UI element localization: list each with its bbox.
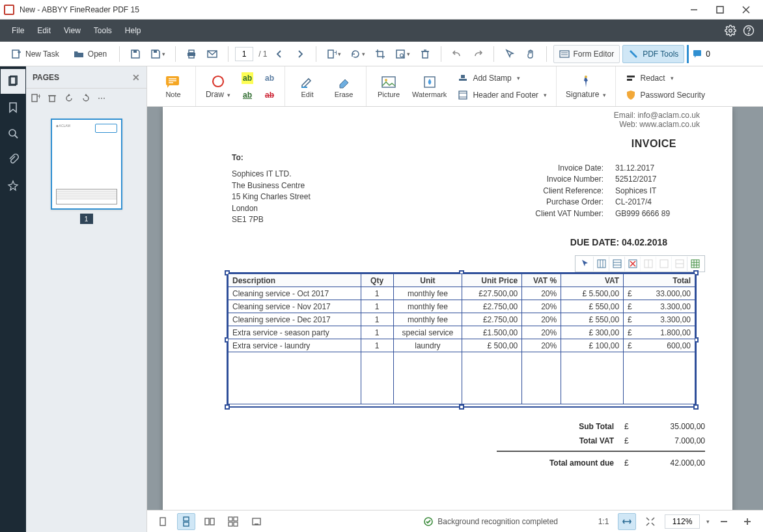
maximize-button[interactable] bbox=[707, 0, 733, 20]
view-fullscreen[interactable] bbox=[247, 513, 266, 530]
erase-label: Erase bbox=[335, 91, 354, 98]
save-as-button[interactable]: ▾ bbox=[147, 45, 169, 63]
underline-tool[interactable]: ab bbox=[238, 87, 257, 103]
note-tool[interactable]: Note bbox=[156, 74, 190, 100]
table-analyze-tool[interactable] bbox=[687, 257, 702, 271]
undo-button[interactable] bbox=[448, 45, 466, 63]
tab-pages[interactable] bbox=[1, 69, 25, 94]
svg-rect-7 bbox=[12, 50, 19, 58]
svg-point-43 bbox=[385, 79, 387, 81]
zoom-fit-page[interactable] bbox=[641, 513, 659, 530]
settings-icon[interactable] bbox=[721, 21, 740, 40]
prev-page-button[interactable] bbox=[270, 45, 288, 63]
picture-tool[interactable]: Picture bbox=[372, 74, 406, 100]
minimize-button[interactable] bbox=[681, 0, 707, 20]
table-row: Extra service - season party1special ser… bbox=[229, 326, 695, 339]
more-options-icon[interactable]: ⋯ bbox=[98, 94, 105, 103]
close-button[interactable] bbox=[733, 0, 759, 20]
zoom-fit-width[interactable] bbox=[618, 513, 636, 530]
svg-point-30 bbox=[9, 130, 16, 136]
add-page-button[interactable]: +▾ bbox=[323, 45, 344, 63]
signature-tool[interactable]: Signature ▾ bbox=[562, 73, 609, 100]
save-button[interactable] bbox=[126, 45, 145, 63]
form-editor-button[interactable]: Form Editor bbox=[553, 45, 620, 63]
recognize-button[interactable]: ▾ bbox=[392, 45, 413, 63]
rotate-left-icon[interactable] bbox=[64, 93, 74, 104]
menu-edit[interactable]: Edit bbox=[31, 23, 57, 38]
delete-button[interactable] bbox=[416, 45, 434, 63]
edit-tool[interactable]: Edit bbox=[290, 74, 324, 100]
comments-button[interactable]: 0 bbox=[687, 45, 710, 63]
ribbon: Note Draw ▾ ab ab ab ab bbox=[147, 66, 763, 107]
redo-button[interactable] bbox=[469, 45, 487, 63]
tab-bookmarks[interactable] bbox=[1, 95, 25, 120]
table-delete-line-tool[interactable] bbox=[624, 257, 640, 271]
zoom-in[interactable] bbox=[738, 513, 756, 530]
email-button[interactable] bbox=[203, 45, 221, 63]
svg-rect-1 bbox=[717, 7, 723, 13]
watermark-tool[interactable]: Watermark bbox=[408, 74, 451, 100]
due-date: DUE DATE: 04.02.2018 bbox=[570, 237, 667, 247]
open-button[interactable]: Open bbox=[68, 45, 113, 63]
new-task-button[interactable]: New Task bbox=[5, 45, 65, 63]
svg-rect-46 bbox=[459, 79, 467, 81]
document-area: Note Draw ▾ ab ab ab ab bbox=[147, 66, 763, 532]
strikeout-tool[interactable]: ab bbox=[260, 87, 279, 103]
view-continuous[interactable] bbox=[177, 513, 195, 530]
svg-rect-21 bbox=[423, 51, 428, 58]
main-area: PAGES ✕ + ⋯ ◆ ACLAM 1 Note bbox=[0, 66, 763, 532]
page-number-input[interactable] bbox=[235, 47, 253, 61]
next-page-button[interactable] bbox=[291, 45, 309, 63]
pointer-tool-button[interactable] bbox=[501, 45, 519, 63]
svg-rect-32 bbox=[32, 94, 37, 102]
page: Email: info@aclam.co.uk Web: www.aclam.c… bbox=[163, 107, 732, 510]
help-icon[interactable] bbox=[740, 21, 758, 40]
tab-signatures[interactable] bbox=[1, 173, 25, 198]
table-merge-rows-tool[interactable] bbox=[671, 257, 687, 271]
zoom-out[interactable] bbox=[715, 513, 733, 530]
menu-help[interactable]: Help bbox=[118, 23, 148, 38]
zoom-input[interactable] bbox=[665, 514, 700, 529]
svg-rect-80 bbox=[234, 522, 238, 526]
close-panel-button[interactable]: ✕ bbox=[132, 72, 140, 83]
table-split-tool[interactable] bbox=[640, 257, 656, 271]
zoom-actual[interactable]: 1:1 bbox=[594, 513, 613, 530]
highlight-tool[interactable]: ab bbox=[238, 70, 257, 86]
svg-rect-67 bbox=[691, 260, 699, 268]
table-merge-tool[interactable] bbox=[656, 257, 671, 271]
menu-view[interactable]: View bbox=[57, 23, 87, 38]
page-thumbnail[interactable]: ◆ ACLAM bbox=[51, 119, 122, 210]
password-security-button[interactable]: Password Security bbox=[621, 87, 709, 103]
erase-tool[interactable]: Erase bbox=[327, 74, 361, 100]
text-tool[interactable]: ab bbox=[260, 70, 279, 86]
invoice-totals: Sub Total£35.000,00 Total VAT£7.000,00 T… bbox=[484, 419, 705, 470]
view-single-page[interactable] bbox=[154, 513, 172, 530]
side-tabs bbox=[0, 66, 26, 532]
draw-tool[interactable]: Draw ▾ bbox=[201, 73, 235, 100]
rotate-button[interactable]: ▾ bbox=[347, 45, 368, 63]
crop-button[interactable] bbox=[371, 45, 389, 63]
header-footer-button[interactable]: Header and Footer▾ bbox=[453, 87, 551, 103]
svg-rect-74 bbox=[184, 522, 189, 526]
add-stamp-button[interactable]: Add Stamp▾ bbox=[453, 70, 551, 86]
view-two-continuous[interactable] bbox=[224, 513, 242, 530]
menu-tools[interactable]: Tools bbox=[87, 23, 118, 38]
svg-point-40 bbox=[213, 76, 223, 87]
table-add-vline-tool[interactable] bbox=[593, 257, 609, 271]
hand-tool-button[interactable] bbox=[521, 45, 540, 63]
redact-button[interactable]: Redact▾ bbox=[621, 70, 709, 86]
menu-file[interactable]: File bbox=[5, 23, 31, 38]
add-page-icon[interactable]: + bbox=[30, 93, 40, 104]
rotate-right-icon[interactable] bbox=[81, 93, 91, 104]
tab-attachments[interactable] bbox=[1, 147, 25, 172]
draw-label: Draw ▾ bbox=[206, 90, 230, 99]
svg-rect-56 bbox=[613, 260, 621, 268]
page-canvas[interactable]: Email: info@aclam.co.uk Web: www.aclam.c… bbox=[147, 107, 763, 510]
print-button[interactable] bbox=[182, 45, 201, 63]
table-add-hline-tool[interactable] bbox=[609, 257, 624, 271]
view-two-page[interactable] bbox=[201, 513, 219, 530]
pdf-tools-button[interactable]: PDF Tools bbox=[622, 45, 684, 63]
tab-search[interactable] bbox=[1, 121, 25, 146]
delete-page-icon[interactable] bbox=[47, 93, 57, 104]
table-pointer-tool[interactable] bbox=[577, 257, 593, 271]
